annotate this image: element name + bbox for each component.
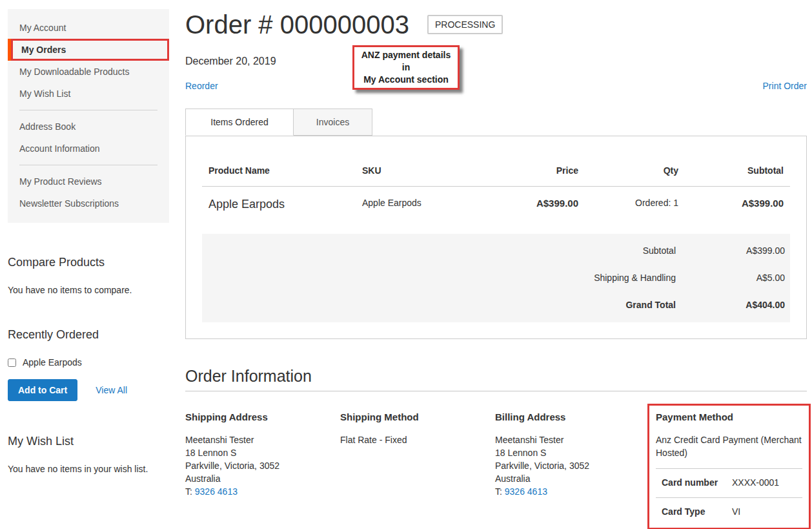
add-to-cart-button[interactable]: Add to Cart bbox=[8, 379, 77, 401]
total-label: Grand Total bbox=[625, 300, 676, 310]
table-row: Apple Earpods Apple Earpods A$399.00 Ord… bbox=[202, 187, 790, 234]
account-order-page: My Account My Orders My Downloadable Pro… bbox=[0, 0, 812, 529]
nav-divider bbox=[19, 165, 157, 165]
account-nav: My Account My Orders My Downloadable Pro… bbox=[8, 17, 169, 214]
wishlist-block: My Wish List You have no items in your w… bbox=[8, 434, 169, 474]
shipping-method-value: Flat Rate - Fixed bbox=[340, 433, 495, 446]
totals-row-subtotal: Subtotal A$399.00 bbox=[202, 237, 790, 264]
tab-invoices[interactable]: Invoices bbox=[294, 109, 372, 136]
sidebar-item-label: My Wish List bbox=[19, 88, 70, 99]
view-all-link[interactable]: View All bbox=[96, 385, 127, 395]
sidebar-item-account-information[interactable]: Account Information bbox=[8, 138, 169, 160]
sidebar-item-label: Address Book bbox=[19, 121, 76, 132]
payment-method-annotation-frame: Payment Method Anz Credit Card Payment (… bbox=[647, 404, 811, 529]
recent-item-checkbox[interactable] bbox=[8, 358, 16, 367]
order-info-columns: Shipping Address Meetanshi Tester 18 Len… bbox=[185, 404, 807, 529]
item-product-name: Apple Earpods bbox=[202, 187, 356, 234]
print-order-link[interactable]: Print Order bbox=[763, 81, 807, 91]
payment-detail-label: Card number bbox=[656, 477, 732, 488]
sidebar-item-my-wish-list[interactable]: My Wish List bbox=[8, 83, 169, 105]
wishlist-empty-text: You have no items in your wish list. bbox=[8, 464, 163, 474]
recent-item-label[interactable]: Apple Earpods bbox=[23, 357, 82, 368]
sidebar: My Account My Orders My Downloadable Pro… bbox=[8, 9, 169, 529]
compare-products-block: Compare Products You have no items to co… bbox=[8, 255, 169, 295]
account-nav-box: My Account My Orders My Downloadable Pro… bbox=[8, 9, 169, 223]
sidebar-item-my-downloadable-products[interactable]: My Downloadable Products bbox=[8, 61, 169, 83]
shipping-address-title: Shipping Address bbox=[185, 411, 340, 424]
totals-row-shipping: Shipping & Handling A$5.00 bbox=[202, 264, 790, 291]
sidebar-item-label: My Account bbox=[19, 23, 66, 33]
order-totals: Subtotal A$399.00 Shipping & Handling A$… bbox=[202, 234, 790, 322]
address-line: Australia bbox=[185, 472, 340, 485]
payment-details-table: Card number XXXX-0001 Card Type VI bbox=[656, 468, 802, 526]
my-orders-annotation-frame: My Orders bbox=[11, 39, 169, 61]
total-value: A$399.00 bbox=[676, 245, 790, 256]
sidebar-item-address-book[interactable]: Address Book bbox=[8, 116, 169, 138]
reorder-link[interactable]: Reorder bbox=[185, 81, 218, 91]
address-line: Meetanshi Tester bbox=[495, 433, 650, 446]
phone-link[interactable]: 9326 4613 bbox=[505, 486, 547, 497]
item-price: A$399.00 bbox=[517, 187, 585, 234]
payment-detail-value: VI bbox=[732, 506, 802, 517]
item-sku: Apple Earpods bbox=[356, 187, 517, 234]
payment-detail-row: Card number XXXX-0001 bbox=[656, 468, 802, 497]
order-actions-row: Reorder Print Order bbox=[185, 81, 807, 91]
recently-ordered-block: Recently Ordered Apple Earpods Add to Ca… bbox=[8, 327, 169, 401]
sidebar-item-label: My Product Reviews bbox=[19, 176, 102, 187]
totals-row-grand-total: Grand Total A$404.00 bbox=[202, 291, 790, 318]
payment-method-title: Payment Method bbox=[656, 411, 802, 424]
address-line: 18 Lennon S bbox=[495, 446, 650, 459]
compare-products-empty-text: You have no items to compare. bbox=[8, 285, 163, 295]
shipping-address-box: Shipping Address Meetanshi Tester 18 Len… bbox=[185, 404, 340, 529]
shipping-method-box: Shipping Method Flat Rate - Fixed bbox=[340, 404, 495, 529]
payment-detail-label: Card Type bbox=[656, 506, 732, 517]
order-items-panel: Product Name SKU Price Qty Subtotal Appl… bbox=[185, 136, 807, 339]
address-phone-line: T: 9326 4613 bbox=[185, 485, 340, 498]
payment-method-name: Anz Credit Card Payment (Merchant Hosted… bbox=[656, 433, 802, 459]
total-label: Subtotal bbox=[643, 245, 676, 256]
phone-link[interactable]: 9326 4613 bbox=[195, 486, 238, 497]
total-value: A$5.00 bbox=[676, 273, 790, 283]
annotation-callout: ANZ payment details in My Account sectio… bbox=[352, 45, 460, 90]
order-status-badge: PROCESSING bbox=[427, 15, 503, 34]
recently-ordered-actions: Add to Cart View All bbox=[8, 379, 163, 401]
order-title-row: Order # 000000003 PROCESSING bbox=[185, 9, 807, 40]
tab-items-ordered[interactable]: Items Ordered bbox=[185, 109, 294, 136]
phone-prefix: T: bbox=[185, 486, 195, 497]
sidebar-item-my-account[interactable]: My Account bbox=[8, 17, 169, 39]
annotation-line: My Account section bbox=[357, 74, 455, 86]
main-content: Order # 000000003 PROCESSING ANZ payment… bbox=[185, 9, 807, 529]
address-line: 18 Lennon S bbox=[185, 446, 340, 459]
sidebar-item-my-orders[interactable]: My Orders bbox=[8, 39, 169, 61]
shipping-method-title: Shipping Method bbox=[340, 411, 495, 424]
total-label: Shipping & Handling bbox=[594, 273, 676, 283]
billing-address-content: Meetanshi Tester 18 Lennon S Parkville, … bbox=[495, 433, 650, 498]
sidebar-item-label: Newsletter Subscriptions bbox=[19, 198, 119, 209]
billing-address-title: Billing Address bbox=[495, 411, 650, 424]
address-phone-line: T: 9326 4613 bbox=[495, 485, 650, 498]
page-title: Order # 000000003 bbox=[185, 9, 409, 40]
shipping-address-content: Meetanshi Tester 18 Lennon S Parkville, … bbox=[185, 433, 340, 498]
annotation-line: ANZ payment details in bbox=[357, 49, 455, 74]
sidebar-item-newsletter-subscriptions[interactable]: Newsletter Subscriptions bbox=[8, 192, 169, 214]
payment-detail-row: Card Type VI bbox=[656, 497, 802, 526]
col-header-qty: Qty bbox=[585, 152, 685, 187]
compare-products-title: Compare Products bbox=[8, 255, 163, 269]
sidebar-item-my-product-reviews[interactable]: My Product Reviews bbox=[8, 171, 169, 192]
address-line: Parkville, Victoria, 3052 bbox=[185, 459, 340, 472]
recently-ordered-item: Apple Earpods bbox=[8, 357, 163, 368]
section-divider bbox=[185, 391, 807, 391]
item-subtotal: A$399.00 bbox=[685, 187, 790, 234]
phone-prefix: T: bbox=[495, 486, 505, 497]
sidebar-item-label: Account Information bbox=[19, 143, 100, 154]
wishlist-title: My Wish List bbox=[8, 434, 163, 448]
nav-divider bbox=[19, 110, 157, 110]
address-line: Parkville, Victoria, 3052 bbox=[495, 459, 650, 472]
address-line: Australia bbox=[495, 472, 650, 485]
col-header-sku: SKU bbox=[356, 152, 517, 187]
col-header-product-name: Product Name bbox=[202, 152, 356, 187]
order-tabs: Items Ordered Invoices bbox=[185, 109, 807, 136]
item-qty: Ordered: 1 bbox=[585, 187, 685, 234]
recently-ordered-title: Recently Ordered bbox=[8, 327, 163, 342]
col-header-subtotal: Subtotal bbox=[685, 152, 790, 187]
